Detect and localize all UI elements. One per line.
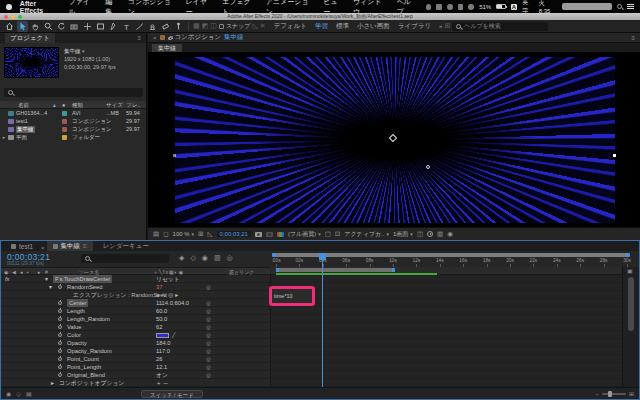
mask-shape-tool[interactable]: [95, 21, 106, 32]
center-point-marker[interactable]: [426, 165, 430, 169]
mask-visibility-icon[interactable]: ◺: [208, 230, 213, 238]
property-name[interactable]: Value: [67, 323, 81, 331]
workspace-option[interactable]: ライブラリ: [398, 22, 431, 31]
project-item-name[interactable]: 平面: [16, 134, 27, 141]
navigator-end-handle[interactable]: [626, 253, 630, 257]
stopwatch-icon[interactable]: [58, 373, 62, 377]
camera-tool[interactable]: [69, 21, 80, 32]
expression-field[interactable]: time*10: [274, 293, 293, 299]
pick-whip-icon[interactable]: ◎: [206, 324, 211, 330]
pick-whip-icon[interactable]: ◎: [206, 316, 211, 322]
snap-checkbox[interactable]: [219, 24, 224, 29]
property-value[interactable]: 117.0: [156, 347, 170, 355]
pick-whip-icon[interactable]: ◎: [206, 348, 211, 354]
work-area-start-handle[interactable]: [276, 268, 279, 272]
timeline-row-prop[interactable]: Opacity184.0◎: [1, 339, 639, 347]
stopwatch-icon[interactable]: [58, 365, 62, 369]
eraser-tool[interactable]: [160, 21, 171, 32]
project-item-name[interactable]: GH01364...4: [16, 110, 47, 116]
composite-options-label[interactable]: コンポジットオプション: [59, 379, 124, 387]
selection-tool[interactable]: [17, 21, 28, 32]
property-name[interactable]: Original_Blend: [67, 371, 105, 379]
column-size[interactable]: サイズ: [106, 102, 123, 109]
project-item-row[interactable]: test1コンポジション29.97: [0, 117, 146, 125]
column-type[interactable]: 種類: [72, 102, 83, 109]
vertical-scrollbar-thumb[interactable]: [628, 277, 634, 331]
eyedropper-icon[interactable]: ╱: [172, 331, 175, 339]
resolution-dropdown[interactable]: (フル画質)▾: [288, 230, 321, 239]
column-name[interactable]: 名前: [18, 102, 29, 109]
timeline-zoom-slider[interactable]: − ⊞: [595, 390, 634, 397]
property-name[interactable]: Opacity: [67, 339, 87, 347]
composite-options-buttons[interactable]: ＋ ─: [156, 379, 168, 387]
property-value[interactable]: 62: [156, 323, 162, 331]
expression-label[interactable]: エクスプレッション : RandomSeed: [73, 291, 167, 299]
pick-whip-icon[interactable]: ◎: [206, 284, 211, 290]
stopwatch-icon[interactable]: [58, 325, 62, 329]
workspace-manager-icon[interactable]: ⊞: [444, 22, 450, 30]
viewer-tab-label[interactable]: コンポジション: [175, 33, 222, 42]
comp-flowchart-icon[interactable]: ◈: [179, 254, 184, 262]
wifi-icon[interactable]: [458, 4, 464, 10]
property-value[interactable]: 1114.0,604.0: [156, 299, 189, 307]
color-swatch[interactable]: [156, 333, 169, 338]
stopwatch-icon[interactable]: [58, 333, 62, 337]
timeline-row-prop[interactable]: Point_Count26◎: [1, 355, 639, 363]
fast-previews-icon[interactable]: ▥: [437, 230, 443, 238]
label-color-swatch[interactable]: [62, 111, 67, 116]
expression-switch-icons[interactable]: ≡∿◎▸: [156, 291, 180, 299]
timeline-row-group[interactable]: ▸コンポジットオプション＋ ─: [1, 379, 639, 387]
project-item-name[interactable]: 集中線: [16, 126, 35, 133]
pick-whip-icon[interactable]: ◎: [206, 364, 211, 370]
property-name[interactable]: Opacity_Random: [67, 347, 112, 355]
help-search-field[interactable]: ヘルプを検索: [452, 22, 548, 31]
effect-reset-link[interactable]: リセット: [156, 275, 180, 283]
playhead-line[interactable]: [322, 257, 323, 387]
layer-handle-right[interactable]: [613, 154, 616, 157]
channels-icon[interactable]: [277, 232, 284, 237]
brush-tool[interactable]: [134, 21, 145, 32]
navigator-start-handle[interactable]: [272, 253, 276, 257]
timeline-row-prop[interactable]: Original_Blendオン◎: [1, 371, 639, 379]
clone-stamp-tool[interactable]: [147, 21, 158, 32]
region-of-interest-icon[interactable]: ▢: [325, 230, 331, 238]
column-fps[interactable]: フレ..: [126, 102, 140, 109]
workspace-option[interactable]: デフォルト: [274, 22, 307, 31]
status-icon-2[interactable]: [436, 4, 442, 10]
label-color-swatch[interactable]: [62, 119, 67, 124]
panel-menu-icon[interactable]: ≡: [631, 35, 635, 41]
control-center-icon[interactable]: [627, 4, 634, 9]
project-item-row[interactable]: GH01364...4AVI...MB59.94: [0, 109, 146, 117]
timeline-row-prop[interactable]: Opacity_Random117.0◎: [1, 347, 639, 355]
exposure-icon[interactable]: ◉: [447, 230, 453, 238]
comp-marker-icon[interactable]: ▣: [627, 267, 633, 274]
composition-canvas[interactable]: [148, 52, 640, 227]
work-area-bar[interactable]: [276, 268, 395, 272]
lock-icon[interactable]: [168, 37, 172, 40]
pixel-aspect-icon[interactable]: ◫: [417, 230, 423, 238]
timeline-row-prop[interactable]: Center1114.0,604.0◎: [1, 299, 639, 307]
pick-whip-icon[interactable]: ◎: [206, 340, 211, 346]
workspace-option[interactable]: 小さい画面: [357, 22, 390, 31]
workspace-overflow[interactable]: »: [439, 23, 442, 29]
zoom-dropdown[interactable]: 100 %▾: [173, 231, 195, 237]
type-tool[interactable]: T: [121, 21, 132, 32]
snapshot-icon[interactable]: [255, 232, 262, 237]
label-color-swatch[interactable]: [62, 127, 67, 132]
color-value[interactable]: ╱: [156, 331, 175, 339]
camera-dropdown[interactable]: アクティブカ..▾: [344, 230, 389, 239]
property-value[interactable]: 26: [156, 355, 162, 363]
home-tool[interactable]: [4, 21, 15, 32]
sort-icon[interactable]: ▲: [52, 102, 57, 108]
hand-tool[interactable]: [30, 21, 41, 32]
stopwatch-icon[interactable]: [58, 301, 62, 305]
timeline-tab-test1[interactable]: test1: [5, 241, 39, 251]
stopwatch-icon[interactable]: [58, 317, 62, 321]
switches-modes-button[interactable]: スイッチ / モード: [141, 390, 203, 398]
viewer-timecode[interactable]: 0;00;03;21: [217, 231, 251, 237]
property-name[interactable]: Point_Length: [67, 363, 101, 371]
stopwatch-icon[interactable]: [58, 349, 62, 353]
pick-whip-icon[interactable]: ◎: [206, 332, 211, 338]
magnification-icon[interactable]: ◻: [163, 230, 168, 238]
preview-time-icon[interactable]: [427, 231, 433, 237]
